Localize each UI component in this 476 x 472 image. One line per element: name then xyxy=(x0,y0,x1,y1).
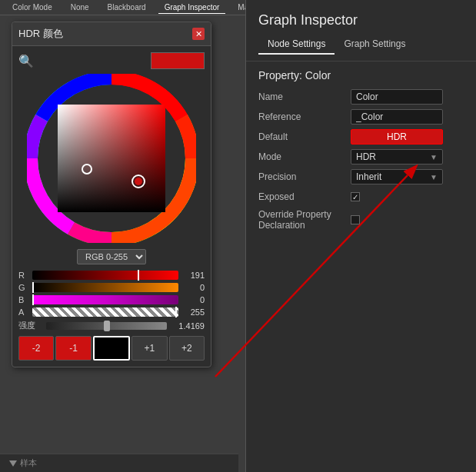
color-selector-dot xyxy=(135,178,142,185)
prop-exposed-label: Exposed xyxy=(258,191,351,202)
prop-name-row: Name xyxy=(258,89,464,105)
g-value: 0 xyxy=(181,283,205,292)
g-label: G xyxy=(18,283,29,292)
prop-name-label: Name xyxy=(258,91,351,102)
b-slider-row: B 0 xyxy=(18,295,205,304)
r-slider-thumb xyxy=(138,270,139,281)
g-slider-track[interactable] xyxy=(32,283,178,292)
r-label: R xyxy=(18,271,29,280)
nav-tab-graphinspector[interactable]: Graph Inspector xyxy=(158,2,226,14)
prop-override-checkbox[interactable] xyxy=(351,215,360,224)
preset-plus1-button[interactable]: +1 xyxy=(131,336,167,361)
intensity-track[interactable] xyxy=(46,322,167,330)
intensity-value: 1.4169 xyxy=(170,321,205,331)
prop-precision-label: Precision xyxy=(258,171,351,182)
a-slider-track[interactable] xyxy=(32,307,178,317)
preset-minus2-button[interactable]: -2 xyxy=(18,336,54,361)
property-title: Property: Color xyxy=(258,69,464,81)
a-value: 255 xyxy=(181,307,205,317)
eyedropper-icon[interactable]: 🔍 xyxy=(18,54,34,68)
tab-node-settings[interactable]: Node Settings xyxy=(258,35,335,55)
hdr-titlebar: HDR 颜色 ✕ xyxy=(12,22,211,46)
r-slider-track[interactable] xyxy=(32,271,178,280)
prop-mode-dropdown[interactable]: HDR ▼ xyxy=(351,149,443,165)
rgb-mode-row: RGB 0-255 xyxy=(18,249,205,264)
prop-mode-row: Mode HDR ▼ xyxy=(258,149,464,165)
prop-default-hdr-button[interactable]: HDR xyxy=(351,129,443,145)
b-slider-thumb xyxy=(32,294,34,305)
intensity-row: 强度 1.4169 xyxy=(18,320,205,331)
prop-reference-label: Reference xyxy=(258,111,351,122)
rgb-mode-select[interactable]: RGB 0-255 xyxy=(77,249,146,264)
a-label: A xyxy=(18,307,29,317)
b-label: B xyxy=(18,295,29,304)
nav-tab-none[interactable]: None xyxy=(65,2,95,13)
triangle-icon[interactable] xyxy=(9,460,17,467)
prop-exposed-row: Exposed xyxy=(258,189,464,204)
prop-name-input[interactable] xyxy=(351,89,443,105)
hdr-window-title: HDR 颜色 xyxy=(18,27,63,41)
property-section: Property: Color Name Reference Default H… xyxy=(246,61,476,243)
hdr-color-window: HDR 颜色 ✕ 🔍 xyxy=(12,22,211,367)
prop-default-row: Default HDR xyxy=(258,129,464,145)
tab-graph-settings[interactable]: Graph Settings xyxy=(335,35,414,55)
prop-exposed-checkbox[interactable] xyxy=(351,192,360,201)
prop-default-label: Default xyxy=(258,131,351,142)
hdr-close-button[interactable]: ✕ xyxy=(192,28,205,40)
graph-inspector-title: Graph Inspector xyxy=(258,12,464,28)
prop-override-row: Override Property Declaration xyxy=(258,209,464,231)
g-slider-thumb xyxy=(32,282,34,293)
prop-reference-input[interactable] xyxy=(351,109,443,125)
prop-override-label: Override Property Declaration xyxy=(258,209,351,231)
preset-zero-button[interactable] xyxy=(93,336,130,361)
mode-dropdown-arrow: ▼ xyxy=(430,153,438,161)
graph-inspector-header: Graph Inspector Node Settings Graph Sett… xyxy=(246,0,476,61)
sample-section: 样本 xyxy=(0,454,238,472)
sample-label: 样本 xyxy=(20,457,37,469)
preset-minus1-button[interactable]: -1 xyxy=(55,336,91,361)
preset-plus2-button[interactable]: +2 xyxy=(169,336,205,361)
prop-mode-label: Mode xyxy=(258,151,351,162)
color-preview xyxy=(151,52,205,69)
precision-dropdown-arrow: ▼ xyxy=(430,173,438,181)
prop-precision-row: Precision Inherit ▼ xyxy=(258,169,464,184)
brightness-rect[interactable] xyxy=(58,105,165,212)
a-slider-row: A 255 xyxy=(18,307,205,317)
a-slider-thumb xyxy=(175,307,177,317)
preset-row: -2 -1 +1 +2 xyxy=(18,336,205,361)
hdr-body: 🔍 xyxy=(12,46,211,367)
prop-precision-dropdown[interactable]: Inherit ▼ xyxy=(351,169,443,184)
nav-tab-colormode[interactable]: Color Mode xyxy=(6,2,58,13)
r-value: 191 xyxy=(181,271,205,280)
color-wheel-container[interactable] xyxy=(27,74,196,243)
intensity-label: 强度 xyxy=(18,320,42,331)
r-slider-row: R 191 xyxy=(18,271,205,280)
prop-precision-value: Inherit xyxy=(356,171,381,182)
graph-inspector-panel: Graph Inspector Node Settings Graph Sett… xyxy=(245,0,476,472)
nav-tab-blackboard[interactable]: Blackboard xyxy=(102,2,152,13)
intensity-thumb xyxy=(104,321,110,331)
g-slider-row: G 0 xyxy=(18,283,205,292)
graph-inspector-tabs: Node Settings Graph Settings xyxy=(258,35,464,55)
eyedropper-row: 🔍 xyxy=(18,52,205,69)
color-wheel-svg[interactable] xyxy=(27,74,196,243)
b-slider-track[interactable] xyxy=(32,295,178,304)
prop-mode-value: HDR xyxy=(356,151,376,162)
prop-reference-row: Reference xyxy=(258,109,464,125)
b-value: 0 xyxy=(181,295,205,304)
